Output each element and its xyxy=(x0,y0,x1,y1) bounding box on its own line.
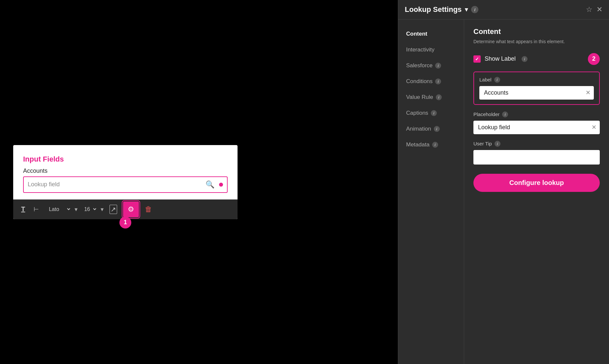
canvas-area: Input Fields Accounts Lookup field 🔍 T ⊢ xyxy=(0,0,251,364)
placeholder-input-wrapper: ✕ xyxy=(473,121,600,134)
placeholder-field-label-row: Placeholder i xyxy=(473,111,600,117)
external-link-icon: ↗ xyxy=(110,205,117,214)
trash-icon: 🗑 xyxy=(145,205,152,213)
indent-button[interactable]: ⊢ xyxy=(31,204,42,214)
placeholder-clear-button[interactable]: ✕ xyxy=(592,124,596,130)
panel-content: Content Determine what text appears in t… xyxy=(464,19,609,364)
placeholder-input[interactable] xyxy=(473,121,600,134)
label-clear-button[interactable]: ✕ xyxy=(586,90,591,96)
font-dropdown-arrow: ▾ xyxy=(75,206,78,213)
label-section: Label i ✕ xyxy=(473,72,600,105)
salesforce-info-icon: i xyxy=(435,63,441,69)
user-tip-section: User Tip i xyxy=(473,141,600,165)
show-label-info-icon: i xyxy=(522,56,528,62)
label-input[interactable] xyxy=(479,86,594,100)
badge-1: 1 xyxy=(119,217,131,228)
nav-captions-label: Captions xyxy=(406,110,428,116)
pin-button[interactable]: ☆ xyxy=(586,5,593,14)
nav-metadata-label: Metadata xyxy=(406,141,430,148)
title-info-icon: i xyxy=(471,6,478,13)
indent-icon: ⊢ xyxy=(34,206,39,213)
nav-item-animation[interactable]: Animation i xyxy=(398,121,464,137)
placeholder-field-label-text: Placeholder xyxy=(473,111,499,117)
delete-button[interactable]: 🗑 xyxy=(142,204,155,215)
form-card-title: Input Fields xyxy=(23,155,228,164)
font-size-selector[interactable]: 16 xyxy=(81,205,97,214)
user-tip-info-icon: i xyxy=(495,141,500,147)
text-style-button[interactable]: T xyxy=(18,204,28,214)
metadata-info-icon: i xyxy=(432,142,438,148)
label-field-info-icon: i xyxy=(494,77,500,83)
field-label: Accounts xyxy=(23,167,228,174)
external-link-button[interactable]: ↗ xyxy=(107,203,120,215)
gear-button[interactable]: ⚙ xyxy=(123,201,139,217)
panel-title-text: Lookup Settings xyxy=(405,5,462,14)
nav-value-rule-label: Value Rule xyxy=(406,94,433,101)
font-selector[interactable]: Lato xyxy=(45,205,71,214)
panel-header-actions: ☆ ✕ xyxy=(586,5,602,14)
nav-item-salesforce[interactable]: Salesforce i xyxy=(398,58,464,74)
nav-item-captions[interactable]: Captions i xyxy=(398,105,464,121)
search-icon: 🔍 xyxy=(206,180,214,189)
user-tip-label-text: User Tip xyxy=(473,141,492,146)
form-card: Input Fields Accounts Lookup field 🔍 T ⊢ xyxy=(13,145,238,219)
nav-item-value-rule[interactable]: Value Rule i xyxy=(398,89,464,105)
nav-salesforce-label: Salesforce xyxy=(406,62,433,69)
panel-header: Lookup Settings ▾ i ☆ ✕ xyxy=(398,0,609,19)
nav-item-conditions[interactable]: Conditions i xyxy=(398,74,464,89)
text-icon: T xyxy=(21,205,25,213)
close-button[interactable]: ✕ xyxy=(596,5,602,14)
placeholder-section: Placeholder i ✕ xyxy=(473,111,600,134)
nav-content-label: Content xyxy=(406,31,427,37)
user-tip-input[interactable] xyxy=(473,150,600,165)
panel-nav: Content Interactivity Salesforce i Condi… xyxy=(398,19,464,364)
placeholder-field-info-icon: i xyxy=(502,111,508,117)
user-tip-label-row: User Tip i xyxy=(473,141,600,147)
lookup-placeholder: Lookup field xyxy=(28,181,206,188)
dot-indicator xyxy=(219,183,223,187)
gear-icon: ⚙ xyxy=(128,205,134,214)
panel-title: Lookup Settings ▾ i xyxy=(405,5,478,14)
nav-conditions-label: Conditions xyxy=(406,78,433,85)
value-rule-info-icon: i xyxy=(436,94,442,100)
label-field-label-row: Label i xyxy=(479,77,594,83)
label-field-label-text: Label xyxy=(479,77,492,82)
nav-interactivity-label: Interactivity xyxy=(406,46,434,53)
size-dropdown-arrow: ▾ xyxy=(101,206,104,213)
show-label-checkbox[interactable]: ✓ xyxy=(473,55,481,63)
nav-item-interactivity[interactable]: Interactivity xyxy=(398,42,464,58)
title-chevron-icon: ▾ xyxy=(465,6,468,13)
show-label-row: ✓ Show Label i 2 xyxy=(473,53,600,65)
conditions-info-icon: i xyxy=(435,78,441,84)
nav-item-metadata[interactable]: Metadata i xyxy=(398,137,464,153)
panel-body: Content Interactivity Salesforce i Condi… xyxy=(398,19,609,364)
show-label-text: Show Label xyxy=(485,55,516,62)
checkmark-icon: ✓ xyxy=(475,56,479,62)
settings-panel: Lookup Settings ▾ i ☆ ✕ Content Interact… xyxy=(398,0,609,364)
label-input-wrapper: ✕ xyxy=(479,86,594,100)
badge-2: 2 xyxy=(588,53,600,65)
content-subtitle: Determine what text appears in this elem… xyxy=(473,39,600,45)
content-section-title: Content xyxy=(473,27,600,36)
configure-lookup-button[interactable]: Configure lookup xyxy=(473,174,600,192)
lookup-field-wrapper: Lookup field 🔍 xyxy=(23,176,228,193)
nav-item-content[interactable]: Content xyxy=(398,26,464,42)
nav-animation-label: Animation xyxy=(406,126,431,132)
toolbar: T ⊢ Lato ▾ 16 ▾ ↗ ⚙ xyxy=(13,199,238,219)
animation-info-icon: i xyxy=(434,126,440,132)
captions-info-icon: i xyxy=(431,110,437,116)
